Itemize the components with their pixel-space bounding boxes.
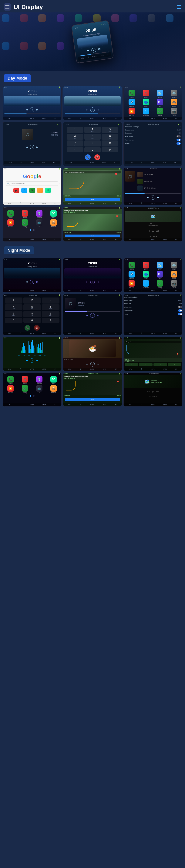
- social-track-3[interactable]: 华年_终将_终将.mp3: [136, 185, 181, 191]
- nm-page-dot-1[interactable]: [30, 395, 31, 397]
- food-prev[interactable]: ⏮: [86, 363, 88, 366]
- nm-nav-map[interactable]: Navigation 📍: [124, 339, 182, 358]
- social-next[interactable]: ⏭: [157, 196, 159, 199]
- dial-3[interactable]: 3DEF: [102, 127, 118, 133]
- nm-auto-answer-toggle[interactable]: [178, 306, 182, 308]
- end-call-btn[interactable]: 📵: [95, 154, 100, 160]
- nm-app-waze[interactable]: 🔵Waze: [139, 271, 153, 279]
- nm-app-telegram[interactable]: ✈️Telegram: [125, 271, 138, 279]
- nav-go-btn[interactable]: GO: [65, 235, 120, 237]
- nm-ios-podcast[interactable]: 🎙️Podcast: [33, 376, 46, 384]
- dial-7[interactable]: 7PQRS: [67, 141, 83, 147]
- hero-play-btn[interactable]: ⏸: [91, 48, 96, 53]
- ios-amazon[interactable]: 📦Amazon: [47, 219, 60, 227]
- nm-dial-9[interactable]: 9WXYZ: [42, 311, 59, 317]
- nm-app-music[interactable]: 🎵Music: [139, 262, 153, 270]
- call-btn[interactable]: 📞: [85, 154, 90, 160]
- ios-phone[interactable]: 📞Phone: [4, 210, 17, 218]
- nm-go-btn[interactable]: GO: [65, 398, 120, 401]
- page-dot-1[interactable]: [30, 229, 31, 231]
- nm-dial-5[interactable]: 5JKL: [23, 304, 41, 310]
- dial-1[interactable]: 1: [67, 127, 83, 133]
- nm-np-prev[interactable]: ⏮: [147, 390, 150, 393]
- page-dot-2[interactable]: [33, 229, 34, 231]
- app-maps[interactable]: 🗺️Maps: [154, 90, 167, 98]
- go-button[interactable]: GO: [65, 198, 120, 201]
- nm-np-play[interactable]: ▶: [152, 390, 154, 393]
- ios-podcast[interactable]: 🎙️Podcast: [33, 210, 46, 218]
- dial-5[interactable]: 5JKL: [84, 134, 101, 140]
- nm-nav-btn-4[interactable]: →: [168, 363, 181, 366]
- nm-app-phone[interactable]: 📞Phone: [125, 262, 138, 270]
- nm-play-1[interactable]: ⏸: [30, 280, 34, 284]
- nm-app-camera[interactable]: 📷Camera: [167, 280, 181, 288]
- nm-power-toggle[interactable]: [178, 313, 182, 315]
- nm-prev-2[interactable]: ⏮: [86, 281, 88, 283]
- dial-0[interactable]: 0: [84, 147, 101, 152]
- next-btn-1[interactable]: ⏭: [36, 108, 38, 111]
- bt-prev[interactable]: ⏮: [26, 146, 28, 148]
- google-drive[interactable]: ▲: [37, 188, 43, 193]
- social-track-1[interactable]: 华年_终将.mp3: [136, 171, 181, 178]
- nm-call-btn[interactable]: 📞: [25, 325, 30, 331]
- google-fb[interactable]: f: [21, 188, 27, 193]
- food-play[interactable]: ⏸: [90, 362, 95, 367]
- food-next[interactable]: ⏭: [97, 363, 99, 366]
- dial-hash[interactable]: #: [102, 147, 118, 152]
- prev-btn-2[interactable]: ⏮: [86, 108, 88, 111]
- hero-prev-btn[interactable]: ⏮: [86, 49, 89, 54]
- dial-star[interactable]: *: [67, 147, 83, 152]
- wave-next[interactable]: ⏭: [36, 359, 38, 362]
- nm-nav-btn-2[interactable]: ↓: [139, 363, 152, 366]
- ios-appletv[interactable]: 📺TV: [33, 219, 46, 227]
- play-btn-1[interactable]: ⏸: [30, 107, 34, 112]
- nm-music-prev[interactable]: ⏮: [86, 314, 88, 317]
- social-play[interactable]: ⏸: [151, 195, 155, 200]
- app-waze[interactable]: 🔵Waze: [139, 99, 153, 107]
- auto-answer-toggle[interactable]: [177, 135, 181, 137]
- np-next[interactable]: ⏭: [156, 229, 159, 233]
- prev-btn-1[interactable]: ⏮: [26, 108, 28, 111]
- nm-ios-tv[interactable]: 📺TV: [33, 385, 46, 393]
- nm-prev-1[interactable]: ⏮: [26, 281, 28, 283]
- nm-app-settings[interactable]: ⚙️Settings: [167, 262, 181, 270]
- dial-2[interactable]: 2ABC: [84, 127, 101, 133]
- app-bt[interactable]: BTBT: [154, 99, 167, 107]
- nm-ios-waze[interactable]: 🗺Waze: [47, 376, 60, 384]
- nm-play-2[interactable]: ⏸: [90, 280, 95, 284]
- menu-icon[interactable]: [4, 3, 11, 10]
- google-maps[interactable]: 🗺: [29, 188, 35, 193]
- nm-page-dot-2[interactable]: [33, 395, 34, 397]
- hero-next-btn[interactable]: ⏭: [98, 47, 101, 52]
- app-spotify[interactable]: 🎶Spotify: [154, 108, 167, 116]
- nm-next-2[interactable]: ⏭: [97, 281, 99, 283]
- ios-music[interactable]: 🎵Music: [18, 210, 32, 218]
- app-facebook[interactable]: fFacebook: [139, 108, 153, 116]
- google-meet[interactable]: M: [45, 188, 51, 193]
- app-settings[interactable]: ⚙️Settings: [167, 90, 181, 98]
- nm-ios-music[interactable]: 🎵Music: [18, 376, 32, 384]
- app-extra[interactable]: 🎮Game: [167, 99, 181, 107]
- ios-youtube[interactable]: ▶️YouTube: [4, 219, 17, 227]
- app-music[interactable]: 🎵Music: [139, 90, 153, 98]
- nm-app-extra[interactable]: 🎮Game: [167, 271, 181, 279]
- np-play[interactable]: ▶: [152, 229, 154, 233]
- nm-app-spotify[interactable]: 🎶Spotify: [154, 280, 167, 288]
- social-prev[interactable]: ⏮: [147, 196, 149, 199]
- google-search-bar[interactable]: 🔍 Search or type URL: [5, 181, 59, 186]
- bt-play[interactable]: ⏸: [30, 145, 34, 149]
- np-prev[interactable]: ⏮: [147, 229, 150, 233]
- nm-next-1[interactable]: ⏭: [36, 281, 38, 283]
- nm-music-play[interactable]: ⏸: [90, 313, 95, 318]
- wave-prev[interactable]: ⏮: [26, 359, 28, 362]
- next-btn-2[interactable]: ⏭: [97, 108, 99, 111]
- map-view[interactable]: Sunny Coffee Modern Restaurant 📍: [63, 170, 122, 194]
- nm-app-bt[interactable]: BTBT: [154, 271, 167, 279]
- play-btn-2[interactable]: ⏸: [90, 107, 95, 112]
- app-youtube[interactable]: ▶️YouTube: [125, 108, 138, 116]
- nm-music-next[interactable]: ⏭: [97, 314, 99, 317]
- social-track-2[interactable]: 远走高飞_mp3: [136, 178, 181, 185]
- google-yt[interactable]: ▶: [14, 188, 19, 193]
- nm-ios-spotify[interactable]: 🎶Spotify: [18, 385, 32, 393]
- nm-ios-amazon[interactable]: 📦Amazon: [47, 385, 60, 393]
